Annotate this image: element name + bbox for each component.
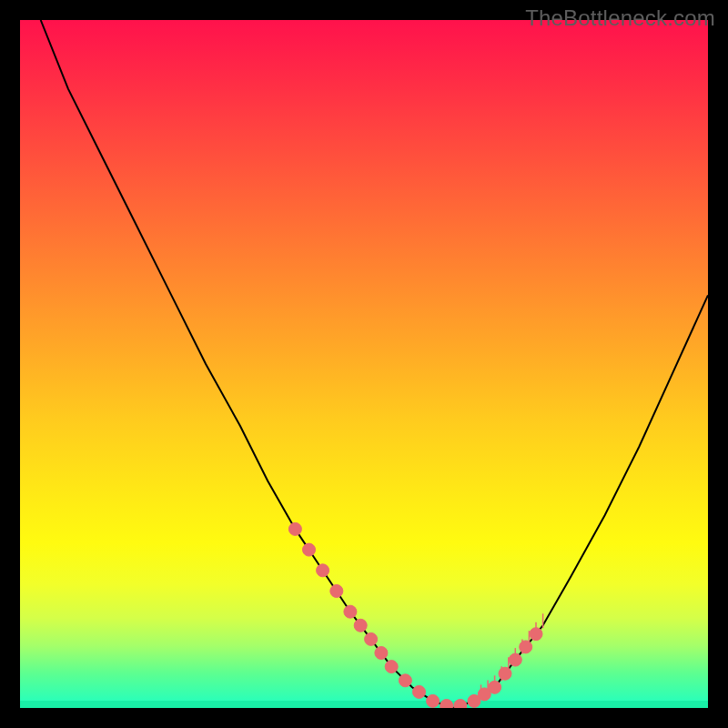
watermark-text: TheBottleneck.com (525, 5, 715, 31)
curve-overlay (20, 20, 708, 708)
bottleneck-curve (41, 20, 708, 708)
curve-dot-right-5 (530, 628, 542, 641)
curve-dot-valley-0 (385, 661, 398, 673)
curve-dot-right-2 (499, 667, 511, 680)
curve-dot-right-3 (509, 653, 521, 666)
curve-dot-left-0 (288, 522, 301, 535)
curve-dot-valley-4 (440, 700, 453, 709)
plot-area (20, 20, 708, 708)
curve-dot-left-1 (303, 543, 316, 556)
curve-dot-left-4 (344, 605, 357, 618)
curve-dot-valley-5 (454, 700, 467, 709)
curve-dot-valley-3 (427, 694, 440, 707)
curve-dot-left-5 (354, 619, 367, 632)
curve-dot-left-7 (375, 647, 388, 660)
chart-stage: TheBottleneck.com (0, 0, 728, 728)
curve-dot-valley-2 (413, 685, 426, 698)
curve-dot-right-4 (520, 641, 532, 653)
curve-dot-left-6 (365, 632, 378, 645)
curve-dot-left-3 (330, 585, 343, 598)
curve-dot-left-2 (317, 564, 329, 577)
curve-dot-valley-1 (399, 674, 411, 687)
curve-dot-right-1 (489, 681, 501, 693)
